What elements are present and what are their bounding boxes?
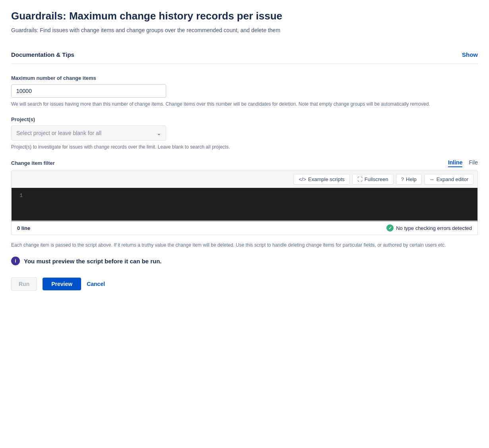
max-change-items-input[interactable]: [11, 84, 166, 98]
expand-editor-label: Expand editor: [437, 176, 468, 182]
no-errors-indicator: ✓ No type checking errors detected: [386, 224, 472, 232]
info-notice: i You must preview the script before it …: [11, 257, 478, 265]
filter-header: Change item filter Inline File: [11, 159, 478, 167]
max-change-items-help: We will search for issues having more th…: [11, 100, 468, 108]
actions-row: Run Preview Cancel: [11, 277, 478, 291]
editor-toolbar: </> Example scripts ⛶ Fullscreen ? Help …: [11, 170, 478, 188]
help-label: Help: [406, 176, 417, 182]
preview-button[interactable]: Preview: [43, 278, 81, 290]
check-circle-icon: ✓: [386, 224, 394, 232]
code-icon: </>: [299, 176, 306, 182]
projects-help: Project(s) to investigate for issues wit…: [11, 143, 468, 151]
info-icon: i: [11, 257, 20, 265]
page-subtitle: Guardrails: Find issues with change item…: [11, 26, 478, 35]
max-change-items-section: Maximum number of change items We will s…: [11, 75, 478, 108]
example-scripts-button[interactable]: </> Example scripts: [293, 174, 350, 185]
no-errors-label: No type checking errors detected: [396, 225, 472, 231]
tab-file[interactable]: File: [469, 159, 478, 167]
editor-status-bar: 0 line ✓ No type checking errors detecte…: [11, 221, 478, 235]
line-numbers: 1: [12, 188, 27, 220]
run-button: Run: [11, 277, 37, 291]
max-change-items-label: Maximum number of change items: [11, 75, 478, 81]
notice-text: You must preview the script before it ca…: [24, 258, 161, 265]
projects-label: Project(s): [11, 116, 478, 122]
line-count: 0 line: [17, 225, 30, 231]
expand-icon: ↔: [429, 176, 435, 182]
projects-select[interactable]: Select project or leave blank for all: [11, 126, 166, 141]
fullscreen-label: Fullscreen: [365, 176, 388, 182]
code-editor: 1: [11, 188, 478, 221]
cancel-button[interactable]: Cancel: [87, 281, 105, 287]
page-title: Guardrails: Maximum change history recor…: [11, 10, 478, 23]
code-textarea[interactable]: [27, 188, 477, 220]
question-icon: ?: [401, 176, 404, 182]
expand-editor-button[interactable]: ↔ Expand editor: [424, 174, 473, 185]
projects-select-wrapper: Select project or leave blank for all ⌄: [11, 126, 166, 141]
tab-inline[interactable]: Inline: [448, 159, 463, 167]
show-docs-link[interactable]: Show: [462, 51, 478, 58]
help-button[interactable]: ? Help: [396, 174, 422, 185]
doc-tips-bar: Documentation & Tips Show: [11, 46, 478, 64]
filter-section: Change item filter Inline File </> Examp…: [11, 159, 478, 235]
line-number-1: 1: [16, 192, 23, 200]
script-help-text: Each change item is passed to the script…: [11, 241, 468, 249]
fullscreen-button[interactable]: ⛶ Fullscreen: [352, 174, 394, 185]
filter-label: Change item filter: [11, 160, 55, 166]
filter-tabs: Inline File: [448, 159, 478, 167]
projects-section: Project(s) Select project or leave blank…: [11, 116, 478, 151]
fullscreen-icon: ⛶: [357, 176, 363, 182]
doc-tips-label: Documentation & Tips: [11, 51, 74, 58]
example-scripts-label: Example scripts: [308, 176, 345, 182]
